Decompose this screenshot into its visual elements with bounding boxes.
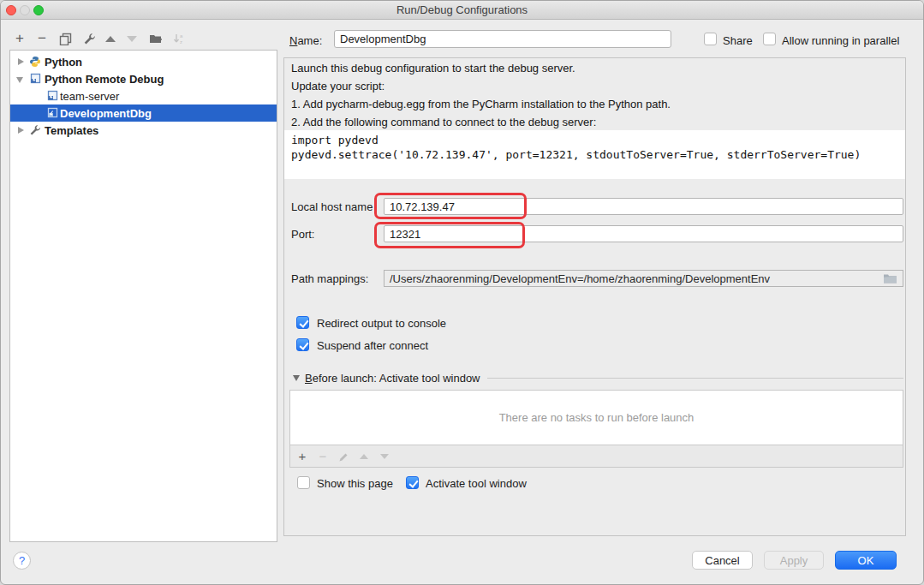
- chevron-down-icon[interactable]: [16, 77, 23, 83]
- no-tasks-message: There are no tasks to run before launch: [499, 411, 694, 424]
- add-task-button[interactable]: +: [295, 449, 310, 464]
- remove-configuration-button[interactable]: −: [34, 32, 50, 45]
- ok-button[interactable]: OK: [835, 551, 897, 570]
- path-mappings-field[interactable]: /Users/zhaorenming/DevelopmentEnv=/home/…: [384, 270, 903, 287]
- show-this-page-checkbox[interactable]: [297, 476, 310, 489]
- tree-item-templates[interactable]: Templates: [10, 122, 277, 139]
- suspend-after-connect-label: Suspend after connect: [317, 339, 428, 352]
- code-line: import pydevd: [291, 134, 379, 146]
- before-launch-separator: [487, 378, 903, 379]
- sort-alphabetically-button[interactable]: a z: [171, 32, 187, 45]
- move-down-icon: [127, 36, 137, 42]
- copy-configuration-button[interactable]: [57, 32, 73, 45]
- activate-tool-window-label: Activate tool window: [426, 477, 527, 490]
- wrench-icon: [29, 124, 41, 136]
- chevron-right-icon[interactable]: [18, 127, 24, 134]
- task-list-toolbar: + −: [289, 445, 903, 468]
- move-down-button[interactable]: [124, 32, 140, 45]
- before-launch-task-list[interactable]: There are no tasks to run before launch: [289, 390, 903, 445]
- suspend-after-connect-checkbox[interactable]: [296, 338, 309, 351]
- chevron-right-icon[interactable]: [18, 58, 24, 65]
- edit-defaults-button[interactable]: [81, 32, 97, 45]
- allow-parallel-label: Allow running in parallel: [782, 34, 899, 47]
- before-launch-label[interactable]: Before launch: Activate tool window: [305, 372, 480, 385]
- remove-task-button[interactable]: −: [315, 449, 331, 464]
- move-up-button[interactable]: [103, 32, 118, 45]
- minus-icon: −: [319, 450, 327, 463]
- local-host-input[interactable]: [384, 198, 903, 215]
- instruction-line: Launch this debug configuration to start…: [291, 62, 575, 77]
- svg-text:z: z: [180, 39, 182, 45]
- show-this-page-label: Show this page: [317, 477, 393, 490]
- pencil-icon: [338, 451, 349, 463]
- question-mark-icon: ?: [19, 554, 25, 567]
- plus-icon: +: [299, 450, 307, 463]
- sort-az-icon: a z: [173, 33, 185, 45]
- port-input[interactable]: [384, 225, 903, 242]
- move-task-up-button[interactable]: [356, 449, 372, 464]
- copy-icon: [59, 33, 72, 45]
- allow-parallel-checkbox[interactable]: [763, 33, 776, 45]
- configurations-tree: Python Python Remote Debug team-server: [9, 50, 277, 542]
- local-host-label: Local host name: [291, 200, 373, 213]
- name-label: Name:: [289, 34, 322, 47]
- add-configuration-button[interactable]: +: [12, 32, 27, 45]
- share-checkbox[interactable]: [704, 33, 717, 45]
- remote-debug-icon: [46, 107, 58, 119]
- path-mappings-label: Path mappings:: [291, 272, 368, 285]
- apply-button[interactable]: Apply: [764, 551, 824, 570]
- share-label: Share: [723, 34, 753, 47]
- before-launch-collapse-icon[interactable]: [293, 375, 300, 381]
- wrench-icon: [83, 33, 96, 45]
- instruction-line: 1. Add pycharm-debug.egg from the PyChar…: [291, 98, 671, 113]
- plus-icon: +: [15, 32, 24, 45]
- cancel-button[interactable]: Cancel: [692, 551, 753, 570]
- move-up-icon: [360, 454, 368, 459]
- window-title: Run/Debug Configurations: [1, 3, 923, 16]
- svg-text:a: a: [180, 33, 183, 39]
- code-line: pydevd.settrace('10.72.139.47', port=123…: [291, 148, 861, 161]
- move-down-icon: [380, 454, 389, 459]
- help-button[interactable]: ?: [13, 552, 31, 570]
- instruction-line: 2. Add the following command to connect …: [291, 116, 596, 131]
- python-icon: [29, 56, 41, 68]
- folder-icon: [883, 273, 897, 284]
- activate-tool-window-checkbox[interactable]: [406, 476, 419, 489]
- code-snippet-block: import pydevd pydevd.settrace('10.72.139…: [284, 130, 905, 179]
- tree-item-python[interactable]: Python: [10, 53, 277, 70]
- port-label: Port:: [291, 228, 314, 241]
- move-up-icon: [105, 36, 116, 42]
- run-debug-configurations-dialog: Run/Debug Configurations + − a z: [0, 0, 924, 585]
- path-mappings-value: /Users/zhaorenming/DevelopmentEnv=/home/…: [390, 272, 770, 285]
- redirect-output-label: Redirect output to console: [317, 317, 446, 330]
- tree-item-team-server[interactable]: team-server: [10, 87, 277, 104]
- move-task-down-button[interactable]: [377, 449, 392, 464]
- edit-task-button[interactable]: [336, 449, 351, 464]
- name-input[interactable]: [334, 30, 671, 48]
- configuration-panel: Launch this debug configuration to start…: [283, 57, 906, 536]
- new-folder-icon: [149, 33, 163, 45]
- new-folder-button[interactable]: [148, 32, 164, 45]
- tree-item-python-remote-debug[interactable]: Python Remote Debug: [10, 70, 277, 87]
- remote-debug-icon: [29, 73, 41, 85]
- instruction-line: Update your script:: [291, 80, 385, 95]
- remote-debug-icon: [46, 90, 58, 102]
- title-bar: Run/Debug Configurations: [1, 1, 923, 20]
- redirect-output-checkbox[interactable]: [296, 316, 309, 329]
- tree-item-developmentdbg-selected[interactable]: DevelopmentDbg: [10, 104, 277, 122]
- minus-icon: −: [38, 32, 46, 45]
